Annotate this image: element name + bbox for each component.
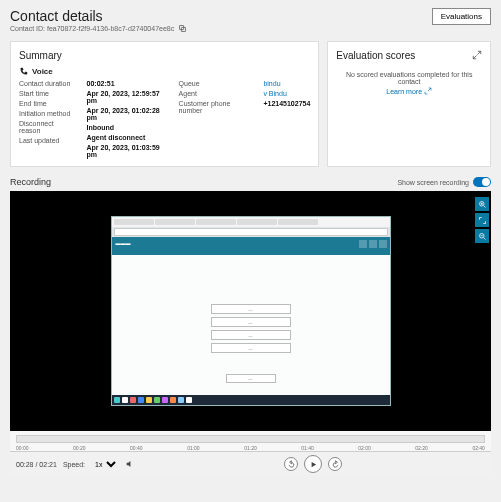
field-value: Apr 20, 2023, 01:02:28 pm <box>87 107 163 121</box>
tick: 01:00 <box>187 445 200 451</box>
tick: 00:40 <box>130 445 143 451</box>
page-title: Contact details <box>10 8 187 24</box>
field-value[interactable]: v Bindu <box>263 90 310 97</box>
field-label: Initiation method <box>19 110 71 117</box>
player-controls: 00:28 / 02:21 Speed: 1x <box>10 451 491 476</box>
summary-card: Summary Voice Contact durationStart time… <box>10 41 319 167</box>
copy-icon[interactable] <box>178 24 187 33</box>
speed-select[interactable]: 1x <box>91 460 119 469</box>
field-value: Apr 20, 2023, 12:59:57 pm <box>87 90 163 104</box>
tick: 02:00 <box>358 445 371 451</box>
forward-button[interactable] <box>328 457 342 471</box>
field-label: Customer phone number <box>179 100 248 114</box>
expand-icon[interactable] <box>472 50 482 60</box>
fit-icon[interactable] <box>475 213 489 227</box>
tick: 01:40 <box>301 445 314 451</box>
phone-icon <box>19 67 28 76</box>
tick: 00:00 <box>16 445 29 451</box>
field-label: Agent <box>179 90 248 97</box>
zoom-in-icon[interactable] <box>475 197 489 211</box>
field-value: Inbound <box>87 124 163 131</box>
tick: 00:20 <box>73 445 86 451</box>
evaluations-button[interactable]: Evaluations <box>432 8 491 25</box>
channel-voice: Voice <box>32 67 53 76</box>
recording-title: Recording <box>10 177 51 187</box>
time-display: 00:28 / 02:21 <box>16 461 57 468</box>
tick: 02:40 <box>472 445 485 451</box>
field-value[interactable]: bindu <box>263 80 310 87</box>
zoom-out-icon[interactable] <box>475 229 489 243</box>
contact-id: Contact ID: fea70872-f2f9-4136-b8c7-d274… <box>10 25 174 32</box>
field-value: 00:02:51 <box>87 80 163 87</box>
timeline[interactable]: 00:0000:2000:4001:0001:2001:4002:0002:20… <box>10 431 491 451</box>
video-player: ▬▬▬ — — — — — <box>10 191 491 431</box>
eval-empty-text: No scored evaluations completed for this… <box>336 71 482 85</box>
play-button[interactable] <box>304 455 322 473</box>
volume-icon[interactable] <box>125 459 135 469</box>
field-value: Apr 20, 2023, 01:03:59 pm <box>87 144 163 158</box>
tick: 01:20 <box>244 445 257 451</box>
summary-title: Summary <box>19 50 310 61</box>
rewind-button[interactable] <box>284 457 298 471</box>
field-label: Contact duration <box>19 80 71 87</box>
field-label: Queue <box>179 80 248 87</box>
field-value: Agent disconnect <box>87 134 163 141</box>
evaluation-card: Evaluation scores No scored evaluations … <box>327 41 491 167</box>
page-header: Contact details Contact ID: fea70872-f2f… <box>10 8 491 33</box>
eval-title: Evaluation scores <box>336 50 482 61</box>
field-label: Disconnect reason <box>19 120 71 134</box>
field-label: End time <box>19 100 71 107</box>
recorded-screen: ▬▬▬ — — — — — <box>111 216 391 406</box>
field-label: Last updated <box>19 137 71 144</box>
screen-recording-toggle[interactable] <box>473 177 491 187</box>
learn-more-link[interactable]: Learn more <box>386 87 432 95</box>
speed-label: Speed: <box>63 461 85 468</box>
field-value: +12145102754 <box>263 100 310 107</box>
toggle-label: Show screen recording <box>397 179 469 186</box>
tick: 02:20 <box>415 445 428 451</box>
field-label: Start time <box>19 90 71 97</box>
